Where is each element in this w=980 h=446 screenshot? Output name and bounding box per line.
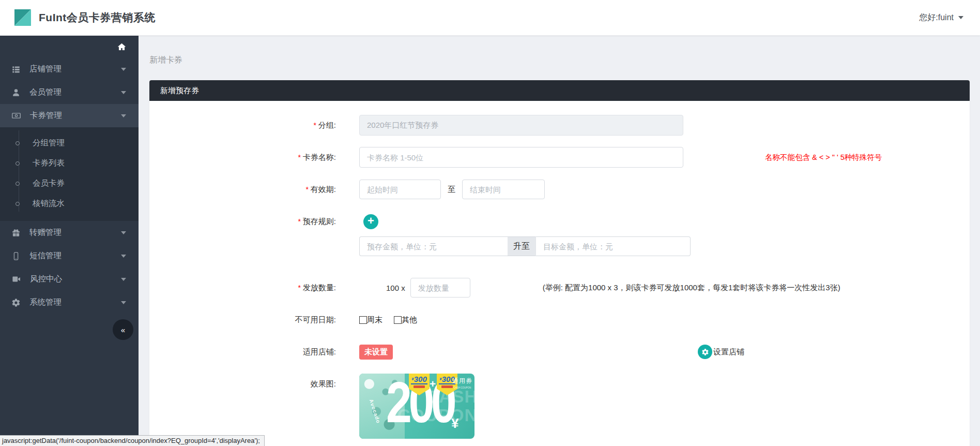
badge-subtext-bar bbox=[441, 385, 453, 388]
app-logo-icon bbox=[13, 8, 32, 27]
sidebar-item-coupon-management[interactable]: 卡券管理 bbox=[0, 104, 139, 127]
required-asterisk: * bbox=[313, 121, 316, 129]
coupon-name-input[interactable] bbox=[359, 147, 683, 168]
chevron-down-icon bbox=[121, 68, 126, 71]
list-icon bbox=[11, 65, 21, 74]
money-icon bbox=[11, 111, 21, 121]
sidebar-item-label: 卡券管理 bbox=[30, 110, 62, 121]
chevron-down-icon bbox=[958, 16, 963, 19]
sidebar-subitem-verification-records[interactable]: 核销流水 bbox=[0, 194, 139, 214]
quantity-prefix: 100 x bbox=[386, 284, 405, 292]
coupon-submenu: 分组管理 卡券列表 会员卡券 核销流水 bbox=[0, 127, 139, 221]
sidebar-subitem-coupon-list[interactable]: 卡券列表 bbox=[0, 153, 139, 173]
prestore-rule-row: 升至 bbox=[162, 236, 957, 257]
required-asterisk: * bbox=[298, 284, 300, 292]
group-input[interactable] bbox=[359, 115, 683, 136]
coupon-type-label: 通用券 CASH COUPON bbox=[452, 377, 472, 389]
sidebar-item-system-management[interactable]: 系统管理 bbox=[0, 291, 139, 314]
prestore-rule-field: *预存规则: + bbox=[162, 211, 957, 232]
unavailable-dates-field: 不可用日期: 周末 其他 bbox=[162, 309, 957, 330]
rise-to-addon: 升至 bbox=[508, 236, 535, 256]
coupon-preview-image: Avocado CASH COUPON 200 ¥ ¥300 + bbox=[359, 374, 474, 439]
circle-bullet-icon bbox=[16, 161, 20, 166]
circle-bullet-icon bbox=[16, 182, 20, 186]
sidebar-item-risk-control[interactable]: 风控中心 bbox=[0, 267, 139, 291]
checkbox-icon[interactable] bbox=[359, 316, 367, 324]
mobile-icon bbox=[11, 251, 21, 261]
prestore-rule-label: *预存规则: bbox=[162, 217, 336, 227]
sidebar-subitem-group-management[interactable]: 分组管理 bbox=[0, 133, 139, 153]
sidebar-item-label: 转赠管理 bbox=[29, 227, 62, 238]
sidebar-home-button[interactable] bbox=[0, 36, 139, 57]
validity-field: *有效期: 至 bbox=[162, 179, 957, 200]
quantity-input[interactable] bbox=[410, 278, 470, 298]
group-label: *分组: bbox=[162, 121, 336, 130]
end-time-input[interactable] bbox=[462, 180, 545, 199]
sidebar-subitem-label: 卡券列表 bbox=[33, 158, 65, 169]
preview-label: 效果图: bbox=[162, 374, 336, 394]
plus-icon: + bbox=[368, 215, 374, 227]
sidebar-subitem-label: 核销流水 bbox=[33, 198, 65, 209]
gift-icon bbox=[11, 228, 21, 237]
sidebar-item-sms-management[interactable]: 短信管理 bbox=[0, 244, 139, 267]
chevron-down-icon bbox=[121, 91, 126, 94]
preview-field: 效果图: Avocado CASH COUPON 200 ¥ bbox=[162, 374, 957, 439]
video-camera-icon bbox=[11, 274, 21, 284]
chevron-down-icon bbox=[121, 231, 126, 234]
panel-header: 新增预存券 bbox=[149, 80, 970, 101]
to-separator: 至 bbox=[448, 185, 455, 195]
quantity-example-hint: (举例: 配置为1000 x 3，则该卡券可发放1000套，每发1套时将该卡券将… bbox=[543, 283, 840, 293]
quantity-field: *发放数量: 100 x (举例: 配置为1000 x 3，则该卡券可发放100… bbox=[162, 277, 957, 298]
badge-subtext-bar bbox=[414, 385, 425, 388]
sidebar-item-label: 短信管理 bbox=[29, 250, 62, 261]
required-asterisk: * bbox=[298, 153, 300, 161]
app-title: FuInt会员卡券营销系统 bbox=[39, 10, 156, 25]
sidebar-item-label: 系统管理 bbox=[29, 297, 62, 308]
browser-status-tooltip: javascript:getData('/fuint-coupon/backen… bbox=[0, 435, 265, 446]
required-asterisk: * bbox=[305, 185, 308, 194]
name-validation-hint: 名称不能包含 & < > " ' 5种特殊符号 bbox=[765, 153, 882, 162]
new-coupon-panel: 新增预存券 *分组: *卡券名称: 名称不能包含 & < > " ' 5种 bbox=[149, 80, 970, 446]
sidebar-item-transfer-management[interactable]: 转赠管理 bbox=[0, 221, 139, 244]
photo-caption: Avocado bbox=[369, 398, 382, 424]
sidebar-item-shop-management[interactable]: 店铺管理 bbox=[0, 57, 139, 81]
quantity-label: *发放数量: bbox=[162, 283, 336, 293]
rule-input-group: 升至 bbox=[359, 236, 691, 256]
chevrons-left-icon: « bbox=[121, 325, 125, 334]
unavailable-option-weekend[interactable]: 周末 bbox=[359, 315, 382, 325]
breadcrumb: 新增卡券 bbox=[149, 55, 980, 66]
prestore-amount-input[interactable] bbox=[359, 236, 508, 256]
sidebar-subitem-member-coupons[interactable]: 会员卡券 bbox=[0, 173, 139, 194]
sidebar-item-label: 店铺管理 bbox=[29, 64, 62, 75]
sidebar-item-label: 风控中心 bbox=[30, 274, 62, 285]
add-rule-button[interactable]: + bbox=[363, 214, 378, 229]
circle-bullet-icon bbox=[16, 202, 20, 206]
user-menu[interactable]: 您好:fuint bbox=[919, 12, 967, 23]
plus-sign: + bbox=[430, 378, 436, 390]
sidebar: 店铺管理 会员管理 卡券管理 分组管理 卡券列表 会员卡券 bbox=[0, 36, 139, 446]
sidebar-collapse-button[interactable]: « bbox=[113, 319, 133, 340]
circle-bullet-icon bbox=[16, 141, 20, 145]
coupon-name-label: *卡券名称: bbox=[162, 153, 336, 162]
checkbox-icon[interactable] bbox=[394, 316, 402, 324]
chevron-down-icon bbox=[121, 114, 126, 117]
gear-icon[interactable] bbox=[698, 345, 712, 359]
sidebar-subitem-label: 会员卡券 bbox=[33, 178, 65, 189]
target-amount-input[interactable] bbox=[535, 236, 691, 256]
user-greeting: 您好:fuint bbox=[919, 12, 954, 23]
set-stores-label: 设置店铺 bbox=[713, 347, 744, 357]
not-set-badge: 未设置 bbox=[359, 345, 393, 360]
top-header: FuInt会员卡券营销系统 您好:fuint bbox=[0, 0, 980, 36]
sidebar-item-member-management[interactable]: 会员管理 bbox=[0, 81, 139, 104]
start-time-input[interactable] bbox=[359, 180, 441, 199]
user-icon bbox=[11, 88, 21, 97]
applicable-stores-field: 适用店铺: 未设置 设置店铺 bbox=[162, 341, 957, 362]
group-field: *分组: bbox=[162, 115, 957, 136]
chevron-down-icon bbox=[121, 278, 126, 281]
set-stores-button[interactable]: 设置店铺 bbox=[698, 345, 744, 359]
unavailable-option-other[interactable]: 其他 bbox=[394, 315, 417, 325]
main-content: 新增卡券 新增预存券 *分组: *卡券名称: bbox=[139, 36, 980, 446]
sidebar-subitem-label: 分组管理 bbox=[33, 138, 65, 148]
chevron-down-icon bbox=[121, 301, 126, 304]
sidebar-item-label: 会员管理 bbox=[29, 87, 62, 98]
